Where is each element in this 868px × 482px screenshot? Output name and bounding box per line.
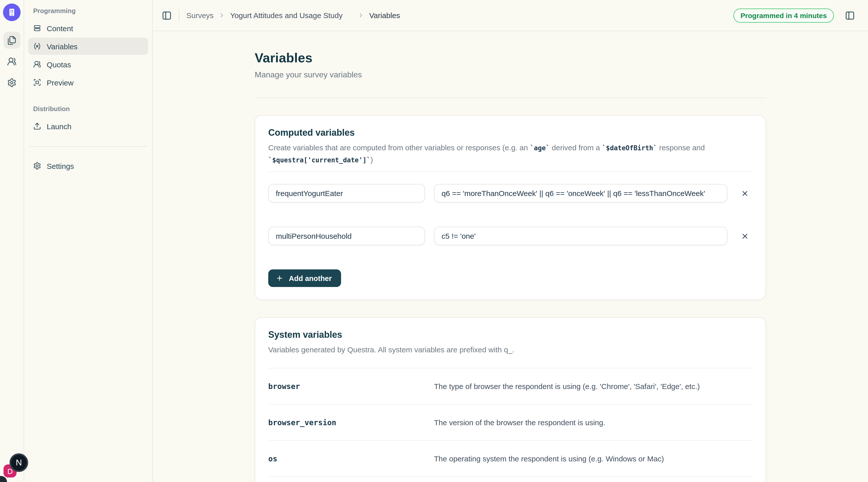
breadcrumb-variables[interactable]: Variables bbox=[369, 11, 400, 20]
computed-variables-description: Create variables that are computed from … bbox=[268, 142, 752, 166]
page-subtitle: Manage your survey variables bbox=[255, 70, 766, 80]
system-variable-description: The version of the browser the responden… bbox=[434, 418, 752, 427]
sidebar-item-label: Quotas bbox=[47, 60, 71, 69]
chevron-down-icon bbox=[346, 12, 352, 19]
system-variables-title: System variables bbox=[268, 330, 752, 340]
add-another-label: Add another bbox=[289, 274, 332, 282]
sidebar-toggle-button[interactable] bbox=[160, 8, 174, 22]
chevron-right-icon bbox=[218, 12, 225, 19]
system-variable-name: browser_version bbox=[268, 418, 434, 427]
panel-right-icon bbox=[845, 10, 855, 20]
rail-item-people[interactable] bbox=[3, 53, 20, 70]
computed-variable-row bbox=[268, 227, 752, 245]
breadcrumb: Surveys Yogurt Attitudes and Usage Study… bbox=[186, 11, 400, 20]
remove-variable-button[interactable] bbox=[737, 229, 752, 243]
upload-icon bbox=[33, 122, 41, 130]
scan-icon bbox=[33, 79, 41, 86]
add-another-button[interactable]: Add another bbox=[268, 269, 341, 287]
card-divider bbox=[268, 171, 752, 172]
sidebar-section-programming: Programming Content bbox=[28, 7, 148, 92]
chevron-right-icon bbox=[358, 12, 364, 19]
system-variable-name: browser bbox=[268, 382, 434, 391]
rail-item-surveys[interactable] bbox=[3, 32, 20, 49]
users-icon bbox=[7, 57, 17, 66]
computed-variables-card: Computed variables Create variables that… bbox=[255, 115, 766, 300]
panel-left-icon bbox=[162, 10, 172, 20]
app-window: Programming Content bbox=[0, 0, 868, 482]
breadcrumb-study[interactable]: Yogurt Attitudes and Usage Study bbox=[230, 11, 352, 20]
page-title: Variables bbox=[255, 50, 766, 66]
system-variable-description: The type of browser the respondent is us… bbox=[434, 382, 752, 391]
sidebar-section-label: Programming bbox=[28, 7, 148, 20]
system-variable-description: The operating system the respondent is u… bbox=[434, 454, 752, 463]
system-variable-row: browser The type of browser the responde… bbox=[268, 368, 752, 404]
org-logo[interactable] bbox=[3, 3, 21, 21]
system-variables-subtitle: Variables generated by Questra. All syst… bbox=[268, 344, 752, 356]
sidebar-section-label: Distribution bbox=[28, 105, 148, 118]
computed-variables-title: Computed variables bbox=[268, 128, 752, 138]
building-icon bbox=[7, 7, 17, 17]
users-icon bbox=[33, 60, 41, 68]
sidebar-item-label: Launch bbox=[47, 122, 71, 130]
variable-name-input[interactable] bbox=[268, 227, 425, 245]
close-icon bbox=[741, 232, 749, 240]
sidebar-item-label: Settings bbox=[47, 161, 74, 170]
sidebar: Programming Content bbox=[24, 0, 153, 482]
rows-icon bbox=[33, 24, 41, 32]
system-variables-card: System variables Variables generated by … bbox=[255, 317, 766, 482]
sidebar-section-distribution: Distribution Launch bbox=[28, 105, 148, 136]
computed-variable-row bbox=[268, 184, 752, 203]
topbar-divider bbox=[179, 9, 179, 21]
sidebar-item-variables[interactable]: Variables bbox=[28, 38, 148, 55]
sidebar-item-content[interactable]: Content bbox=[28, 20, 148, 37]
sidebar-item-label: Content bbox=[47, 24, 73, 32]
main-area: Surveys Yogurt Attitudes and Usage Study… bbox=[153, 0, 868, 482]
system-variable-row: browser_version The version of the brows… bbox=[268, 404, 752, 441]
sidebar-divider bbox=[29, 146, 147, 147]
inline-code: `$dateOfBirth` bbox=[602, 144, 657, 152]
gear-icon bbox=[33, 162, 41, 170]
variable-icon bbox=[33, 42, 41, 50]
sidebar-item-label: Variables bbox=[47, 42, 78, 51]
inline-code: `age` bbox=[530, 144, 550, 152]
sidebar-item-label: Preview bbox=[47, 78, 73, 87]
app-rail bbox=[0, 0, 24, 482]
programmed-time-badge: Programmed in 4 minutes bbox=[733, 8, 834, 22]
sidebar-item-preview[interactable]: Preview bbox=[28, 74, 148, 91]
rail-item-settings[interactable] bbox=[3, 74, 20, 91]
section-divider bbox=[255, 97, 766, 98]
close-icon bbox=[741, 189, 749, 197]
files-icon bbox=[7, 35, 17, 45]
devtools-button[interactable]: N bbox=[9, 453, 28, 472]
plus-icon bbox=[276, 274, 283, 282]
breadcrumb-surveys[interactable]: Surveys bbox=[186, 11, 214, 20]
top-bar: Surveys Yogurt Attitudes and Usage Study… bbox=[153, 0, 868, 31]
sidebar-item-launch[interactable]: Launch bbox=[28, 118, 148, 135]
sidebar-item-quotas[interactable]: Quotas bbox=[28, 56, 148, 73]
variable-expression-input[interactable] bbox=[434, 227, 727, 245]
gear-icon bbox=[7, 78, 17, 87]
sidebar-item-settings[interactable]: Settings bbox=[28, 157, 148, 174]
variable-name-input[interactable] bbox=[268, 184, 425, 203]
page-content: Variables Manage your survey variables C… bbox=[153, 31, 868, 482]
inline-code: `$questra['current_date']` bbox=[268, 156, 370, 164]
right-panel-toggle-button[interactable] bbox=[843, 8, 857, 22]
system-variable-name: os bbox=[268, 454, 434, 463]
variable-expression-input[interactable] bbox=[434, 184, 727, 203]
breadcrumb-study-label: Yogurt Attitudes and Usage Study bbox=[230, 11, 343, 20]
system-variable-row: os The operating system the respondent i… bbox=[268, 441, 752, 477]
remove-variable-button[interactable] bbox=[737, 186, 752, 201]
